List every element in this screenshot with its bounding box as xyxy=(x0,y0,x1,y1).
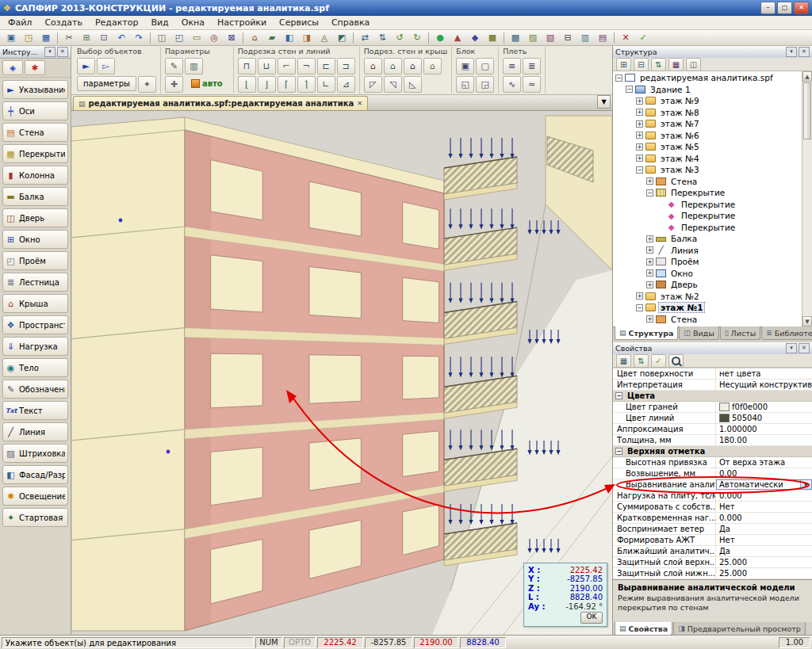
ribbon-icon-button[interactable]: ⊿ xyxy=(337,76,355,93)
tree-item[interactable]: +этаж №7 xyxy=(613,118,802,130)
panel-tab[interactable]: ◫Виды xyxy=(679,326,718,340)
toolbar-icon-button[interactable]: ↺ xyxy=(391,30,408,46)
expand-icon[interactable]: + xyxy=(646,258,653,265)
expand-icon[interactable]: + xyxy=(636,155,643,162)
tool-button[interactable]: ≣Лестница xyxy=(2,273,68,292)
tree-item[interactable]: −Перекрытие xyxy=(613,187,802,199)
toolbar-icon-button[interactable]: ▨ xyxy=(524,30,542,46)
menu-item[interactable]: Редактор xyxy=(89,17,145,29)
collapse-icon[interactable]: − xyxy=(626,86,633,93)
ribbon-icon-button[interactable]: ◺ xyxy=(404,76,422,93)
model-canvas[interactable]: X :2225.42Y :-8257.85Z :2190.00L :8828.4… xyxy=(71,111,612,635)
panel-tab[interactable]: ◨Предварительный просмотр xyxy=(673,622,806,636)
tree-item[interactable]: +Проём xyxy=(613,256,802,268)
panel-menu-icon[interactable]: ▾ xyxy=(44,47,56,57)
scroll-up-icon[interactable]: ▲ xyxy=(802,71,812,82)
structure-toolbar-icon[interactable]: ⊞ xyxy=(616,58,631,71)
panel-tab[interactable]: ≣Библиотеки xyxy=(761,326,812,340)
minimize-button[interactable]: – xyxy=(760,2,776,14)
ribbon-icon-button[interactable]: ► xyxy=(77,58,95,74)
tab-list-dropdown-icon[interactable]: ▼ xyxy=(597,95,611,109)
toolbar-icon-button[interactable]: ▥ xyxy=(576,30,594,46)
panel-tab[interactable]: ▤Свойства xyxy=(615,622,672,636)
toolbar-icon-button[interactable]: ↷ xyxy=(130,30,147,46)
expand-icon[interactable]: + xyxy=(646,281,653,288)
menu-item[interactable]: Сервисы xyxy=(273,17,325,29)
tree-item[interactable]: +этаж №5 xyxy=(613,141,802,153)
ribbon-icon-button[interactable]: ⌂ xyxy=(404,58,422,74)
property-row[interactable]: Возвышение, мм0.00 xyxy=(613,468,812,479)
maximize-button[interactable]: ▢ xyxy=(777,2,792,14)
collapse-icon[interactable]: − xyxy=(646,189,653,197)
ribbon-icon-button[interactable]: ⌋ xyxy=(258,76,276,93)
tool-button[interactable]: ╱Линия xyxy=(2,422,68,441)
tree-item[interactable]: +Окно xyxy=(613,268,802,280)
property-row[interactable]: Аппроксимация1.000000 xyxy=(613,424,812,435)
property-row[interactable]: Защитный слой нижн...25.000 xyxy=(613,568,812,579)
collapse-icon[interactable]: − xyxy=(615,448,622,455)
menu-item[interactable]: Справка xyxy=(325,17,376,29)
tool-button[interactable]: ◫Дверь xyxy=(2,208,68,227)
tree-item[interactable]: +этаж №4 xyxy=(613,153,802,165)
structure-toolbar-icon[interactable]: ▦ xyxy=(668,58,684,71)
tree-scrollbar[interactable]: ▲ ▼ xyxy=(802,71,812,326)
tool-button[interactable]: ▮Колонна xyxy=(2,166,68,185)
property-row[interactable]: Цвет гранейf0f0e000 xyxy=(613,402,812,413)
menu-item[interactable]: Создать xyxy=(38,17,89,29)
search-icon[interactable] xyxy=(668,354,684,368)
ribbon-icon-button[interactable]: ✚ xyxy=(165,76,183,93)
menu-item[interactable]: Окна xyxy=(175,17,211,29)
collapse-icon[interactable]: − xyxy=(636,166,643,174)
properties-toolbar-icon[interactable]: ▦ xyxy=(616,354,631,368)
tree-item[interactable]: −редактируемая аналитика.spf xyxy=(613,72,802,84)
structure-toolbar-icon[interactable]: ◫ xyxy=(686,58,701,71)
toolbar-icon-button[interactable]: ◫ xyxy=(153,30,170,46)
ribbon-icon-button[interactable]: ◸ xyxy=(364,76,382,93)
scrollbar-thumb[interactable] xyxy=(803,82,811,139)
dropdown-icon[interactable]: ▼ xyxy=(800,480,811,489)
property-value[interactable]: Автоматически▼ xyxy=(716,479,812,490)
property-row[interactable]: Воспринимает ветерДа xyxy=(613,524,812,535)
ribbon-icon-button[interactable]: ▣ xyxy=(456,58,474,74)
property-row[interactable]: Цвет поверхностинет цвета xyxy=(613,368,812,380)
tree-item[interactable]: −этаж №3 xyxy=(613,164,802,176)
tree-item[interactable]: −этаж №1 xyxy=(613,302,802,314)
structure-toolbar-icon[interactable]: ⊟ xyxy=(634,58,649,71)
toolbar-icon-button[interactable]: ▤ xyxy=(594,30,611,46)
property-row[interactable]: Нагрузка на плиту, тс/м²0.000 xyxy=(613,491,812,502)
ribbon-icon-button[interactable]: ∟ xyxy=(317,76,335,93)
tree-item[interactable]: +╱Линия xyxy=(613,245,802,257)
expand-icon[interactable]: + xyxy=(646,178,653,185)
tool-button[interactable]: ◉Тело xyxy=(2,358,68,377)
expand-icon[interactable]: + xyxy=(636,292,643,300)
tree-item[interactable]: +этаж №2 xyxy=(613,291,802,303)
property-row[interactable]: Суммировать с собств...Нет xyxy=(613,502,812,513)
tree-item[interactable]: +этаж №9 xyxy=(613,95,802,107)
tool-button[interactable]: ✦Стартовая стр xyxy=(2,508,68,527)
panel-tab[interactable]: ▯Листы xyxy=(720,326,761,340)
close-button[interactable]: ✕ xyxy=(794,2,809,14)
collapse-icon[interactable]: − xyxy=(615,392,622,399)
collapse-icon[interactable]: − xyxy=(636,304,643,311)
ribbon-icon-button[interactable]: ⌉ xyxy=(297,76,316,93)
toolbar-icon-button[interactable]: ◰ xyxy=(170,30,188,46)
toolbar-icon-button[interactable]: ▭ xyxy=(188,30,205,46)
property-row[interactable]: Толщина, мм180.00 xyxy=(613,435,812,446)
toolbar-icon-button[interactable]: ▲ xyxy=(449,30,466,46)
properties-toolbar-icon[interactable]: ⇅ xyxy=(634,354,649,368)
toolbar-icon-button[interactable]: ◧ xyxy=(281,30,298,46)
ribbon-text-button[interactable]: авто xyxy=(185,76,229,91)
tool-button[interactable]: ⊞Окно xyxy=(2,230,68,249)
property-group-row[interactable]: −Цвета xyxy=(613,391,812,402)
tree-item[interactable]: +Стена xyxy=(613,176,802,188)
tool-button[interactable]: ❖Пространство xyxy=(2,315,68,334)
ribbon-icon-button[interactable]: ⊏ xyxy=(317,58,335,74)
toolbar-icon-button[interactable]: ⊠ xyxy=(223,30,240,46)
tool-button[interactable]: ✹Освещение xyxy=(2,487,68,506)
tool-button[interactable]: ►Указывание xyxy=(2,80,68,99)
expand-icon[interactable]: + xyxy=(646,315,653,323)
property-row[interactable]: Кратковременная наг...0.000 xyxy=(613,513,812,524)
tree-item[interactable]: ◆Перекрытие xyxy=(613,199,802,211)
ok-button[interactable]: OK xyxy=(580,612,603,624)
panel-close-icon[interactable]: ✕ xyxy=(57,47,68,57)
